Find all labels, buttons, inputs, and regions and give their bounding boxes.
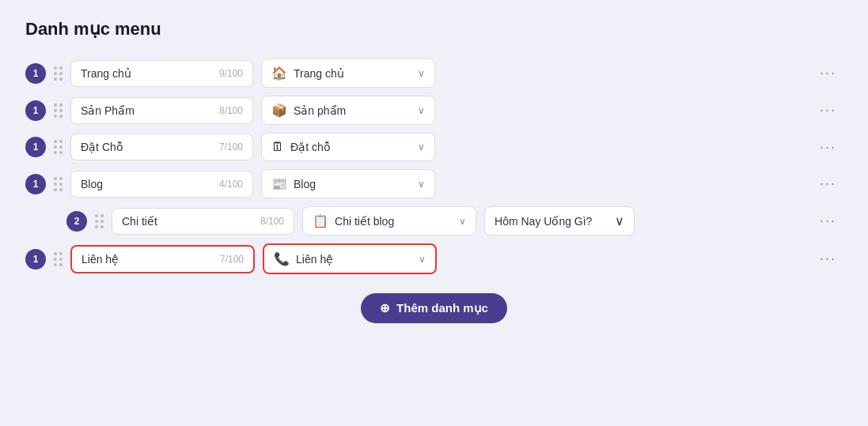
type-dropdown-lien-he[interactable]: 📞Liên hệ∨ — [263, 243, 437, 274]
chevron-icon-dat-cho: ∨ — [418, 141, 425, 153]
chevron-icon-blog: ∨ — [418, 179, 425, 190]
add-button-label: Thêm danh mục — [396, 301, 488, 315]
drag-handle-chi-tiet[interactable] — [95, 214, 104, 228]
level-badge-chi-tiet: 2 — [66, 211, 87, 232]
level-badge-trang-chu: 1 — [25, 63, 46, 84]
type-icon-dat-cho: 🗓 — [271, 140, 284, 154]
name-field-chi-tiet[interactable]: 8/100 — [112, 208, 294, 235]
name-field-dat-cho[interactable]: 7/100 — [70, 134, 253, 160]
menu-row-blog: 14/100📰Blog∨··· — [25, 169, 843, 198]
name-field-blog[interactable]: 4/100 — [70, 171, 253, 198]
name-count-dat-cho: 7/100 — [219, 141, 243, 153]
drag-handle-trang-chu[interactable] — [54, 66, 63, 81]
drag-handle-san-pham[interactable] — [54, 104, 63, 118]
name-input-trang-chu[interactable] — [81, 67, 219, 80]
chevron-icon-chi-tiet: ∨ — [459, 216, 466, 227]
type-icon-trang-chu: 🏠 — [271, 66, 287, 81]
type-icon-san-pham: 📦 — [271, 103, 287, 118]
name-field-trang-chu[interactable]: 9/100 — [70, 60, 253, 87]
menu-row-chi-tiet: 28/100📋Chi tiết blog∨Hôm Nay Uống Gì?∨··… — [66, 206, 843, 236]
more-button-san-pham[interactable]: ··· — [813, 99, 843, 122]
type-dropdown-blog[interactable]: 📰Blog∨ — [261, 169, 435, 198]
type-dropdown-san-pham[interactable]: 📦Sản phẩm∨ — [261, 96, 435, 125]
name-input-chi-tiet[interactable] — [122, 215, 260, 228]
page-chevron-icon-chi-tiet: ∨ — [615, 213, 624, 228]
drag-handle-dat-cho[interactable] — [54, 140, 63, 154]
drag-handle-lien-he[interactable] — [54, 252, 63, 266]
more-button-lien-he[interactable]: ··· — [813, 247, 843, 270]
name-input-lien-he[interactable] — [81, 253, 220, 266]
more-button-chi-tiet[interactable]: ··· — [813, 209, 843, 232]
more-button-blog[interactable]: ··· — [813, 172, 843, 195]
chevron-icon-trang-chu: ∨ — [418, 68, 425, 79]
drag-handle-blog[interactable] — [54, 177, 63, 191]
menu-row-lien-he: 17/100📞Liên hệ∨··· — [25, 243, 843, 274]
name-count-trang-chu: 9/100 — [219, 68, 243, 79]
type-label-dat-cho: Đặt chỗ — [290, 141, 411, 153]
name-input-san-pham[interactable] — [81, 104, 219, 117]
menu-row-san-pham: 18/100📦Sản phẩm∨··· — [25, 96, 843, 125]
more-button-dat-cho[interactable]: ··· — [813, 136, 843, 159]
type-dropdown-chi-tiet[interactable]: 📋Chi tiết blog∨ — [302, 206, 476, 236]
type-label-blog: Blog — [294, 178, 411, 190]
level-badge-san-pham: 1 — [25, 100, 46, 121]
type-label-chi-tiet: Chi tiết blog — [335, 215, 453, 228]
type-label-trang-chu: Trang chủ — [294, 67, 411, 80]
name-field-san-pham[interactable]: 8/100 — [70, 97, 253, 124]
type-dropdown-dat-cho[interactable]: 🗓Đặt chỗ∨ — [261, 133, 435, 161]
name-field-lien-he[interactable]: 7/100 — [70, 245, 255, 273]
type-label-lien-he: Liên hệ — [296, 253, 412, 266]
chevron-icon-san-pham: ∨ — [418, 105, 425, 116]
type-label-san-pham: Sản phẩm — [294, 104, 411, 117]
menu-row-trang-chu: 19/100🏠Trang chủ∨··· — [25, 58, 843, 88]
page-label-chi-tiet: Hôm Nay Uống Gì? — [495, 215, 608, 228]
page-title: Danh mục menu — [25, 19, 843, 40]
type-dropdown-trang-chu[interactable]: 🏠Trang chủ∨ — [261, 58, 435, 88]
type-icon-chi-tiet: 📋 — [313, 213, 328, 228]
level-badge-lien-he: 1 — [25, 249, 46, 270]
level-badge-dat-cho: 1 — [25, 137, 46, 157]
add-icon: ⊕ — [380, 301, 390, 315]
chevron-icon-lien-he: ∨ — [419, 254, 426, 265]
name-input-dat-cho[interactable] — [81, 141, 219, 153]
name-count-blog: 4/100 — [219, 179, 243, 190]
page-dropdown-chi-tiet[interactable]: Hôm Nay Uống Gì?∨ — [484, 206, 635, 236]
name-count-san-pham: 8/100 — [219, 105, 243, 116]
name-count-lien-he: 7/100 — [220, 254, 244, 265]
type-icon-lien-he: 📞 — [274, 251, 290, 266]
menu-list: 19/100🏠Trang chủ∨···18/100📦Sản phẩm∨···1… — [25, 58, 843, 274]
more-button-trang-chu[interactable]: ··· — [813, 62, 843, 85]
type-icon-blog: 📰 — [271, 176, 287, 191]
add-category-button[interactable]: ⊕ Thêm danh mục — [361, 293, 507, 323]
level-badge-blog: 1 — [25, 174, 46, 194]
menu-row-dat-cho: 17/100🗓Đặt chỗ∨··· — [25, 133, 843, 161]
name-input-blog[interactable] — [81, 178, 219, 190]
name-count-chi-tiet: 8/100 — [260, 216, 284, 227]
